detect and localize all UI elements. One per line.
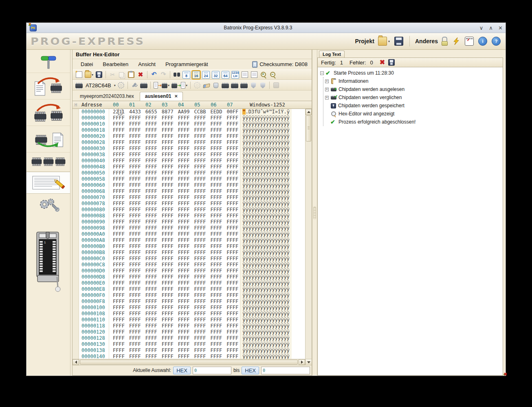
hex-row[interactable]: 00000070FFFFFFFFFFFFFFFFFFFFFFFFFFFFFFFF…	[73, 195, 305, 201]
erase-chip-button[interactable]	[202, 81, 211, 89]
hex-row[interactable]: 00000078FFFFFFFFFFFFFFFFFFFFFFFFFFFFFFFF…	[73, 201, 305, 207]
log-entry[interactable]: +Informationen	[325, 77, 500, 85]
hex-row[interactable]: 00000110FFFFFFFFFFFFFFFFFFFFFFFFFFFFFFFF…	[73, 317, 305, 323]
row-ascii[interactable]: ÿÿÿÿÿÿÿÿÿÿÿÿÿÿÿÿ	[240, 317, 292, 323]
read-chip-button[interactable]: ▼	[231, 81, 239, 89]
help-button[interactable]: ?	[491, 36, 501, 46]
sidebar-item-read-chip-to-file[interactable]	[26, 126, 70, 153]
undo-button[interactable]: ↶	[150, 71, 158, 79]
vertical-scrollbar[interactable]	[305, 109, 312, 359]
clear-log-button[interactable]: ✖	[380, 60, 385, 65]
hex-row[interactable]: 000000D8FFFFFFFFFFFFFFFFFFFFFFFFFFFFFFFF…	[73, 274, 305, 280]
row-hex-values[interactable]: FFFFFFFFFFFFFFFFFFFFFFFFFFFFFFFF	[109, 231, 238, 237]
sidebar-item-settings[interactable]	[26, 194, 70, 215]
write-buffer-to-chip-button[interactable]: ➝▾	[153, 81, 170, 89]
chip-info-button[interactable]	[140, 81, 148, 89]
row-ascii[interactable]: ÿÿÿÿÿÿÿÿÿÿÿÿÿÿÿÿ	[240, 182, 292, 188]
row-ascii[interactable]: ".D3fUˆwª™Ì»îÝ.ÿ	[240, 109, 292, 115]
row-hex-values[interactable]: FFFFFFFFFFFFFFFFFFFFFFFFFFFFFFFF	[109, 127, 238, 133]
row-ascii[interactable]: ÿÿÿÿÿÿÿÿÿÿÿÿÿÿÿÿ	[240, 201, 292, 207]
hex-row[interactable]: 00000118FFFFFFFFFFFFFFFFFFFFFFFFFFFFFFFF…	[73, 323, 305, 329]
width-16-button[interactable]: 16	[192, 71, 200, 79]
hex-row[interactable]: 000000F8FFFFFFFFFFFFFFFFFFFFFFFFFFFFFFFF…	[73, 299, 305, 305]
redo-button[interactable]: ↷	[159, 71, 167, 79]
row-hex-values[interactable]: FFFFFFFFFFFFFFFFFFFFFFFFFFFFFFFF	[109, 286, 238, 292]
vertical-scroll-thumb[interactable]	[306, 115, 311, 142]
row-ascii[interactable]: ÿÿÿÿÿÿÿÿÿÿÿÿÿÿÿÿ	[240, 329, 292, 335]
row-ascii[interactable]: ÿÿÿÿÿÿÿÿÿÿÿÿÿÿÿÿ	[240, 219, 292, 225]
log-entry[interactable]: ✔Prozess erfolgreich abgeschlossen!	[325, 118, 500, 126]
row-ascii[interactable]: ÿÿÿÿÿÿÿÿÿÿÿÿÿÿÿÿ	[240, 268, 292, 274]
row-ascii[interactable]: ÿÿÿÿÿÿÿÿÿÿÿÿÿÿÿÿ	[240, 188, 292, 195]
open-project-button[interactable]: ▾	[377, 36, 391, 46]
row-ascii[interactable]: ÿÿÿÿÿÿÿÿÿÿÿÿÿÿÿÿ	[240, 231, 292, 237]
row-hex-values[interactable]: FFFFFFFFFFFFFFFFFFFFFFFFFFFFFFFF	[109, 262, 238, 268]
hex-row[interactable]: 00000068FFFFFFFFFFFFFFFFFFFFFFFFFFFFFFFF…	[73, 188, 305, 195]
row-ascii[interactable]: ÿÿÿÿÿÿÿÿÿÿÿÿÿÿÿÿ	[240, 146, 292, 152]
log-entry[interactable]: Chipdaten werden gespeichert	[325, 102, 500, 110]
read-chip-to-buffer-button[interactable]: ➝▾	[171, 81, 188, 89]
row-hex-values[interactable]: FFFFFFFFFFFFFFFFFFFFFFFFFFFFFFFF	[109, 195, 238, 201]
buffer-tab[interactable]: myeeprom20240203.hex	[75, 92, 139, 101]
menu-bearbeiten[interactable]: Bearbeiten	[99, 60, 132, 68]
encoding-header[interactable]: Windows-1252	[250, 102, 285, 108]
width-24-button[interactable]: 24	[202, 71, 210, 79]
row-hex-values[interactable]: FFFFFFFFFFFFFFFFFFFFFFFFFFFFFFFF	[109, 329, 238, 335]
log-entry[interactable]: Hex-Editor wird angezeigt	[325, 110, 500, 118]
row-hex-values[interactable]: FFFFFFFFFFFFFFFFFFFFFFFFFFFFFFFF	[109, 354, 238, 359]
row-hex-values[interactable]: FFFFFFFFFFFFFFFFFFFFFFFFFFFFFFFF	[109, 139, 238, 146]
row-ascii[interactable]: ÿÿÿÿÿÿÿÿÿÿÿÿÿÿÿÿ	[240, 176, 292, 182]
device-button[interactable]	[75, 81, 83, 89]
hex-row[interactable]: 000000D0FFFFFFFFFFFFFFFFFFFFFFFFFFFFFFFF…	[73, 268, 305, 274]
chip-options-button[interactable]	[130, 81, 138, 89]
row-hex-values[interactable]: FFFFFFFFFFFFFFFFFFFFFFFFFFFFFFFF	[109, 121, 238, 127]
row-hex-values[interactable]: FFFFFFFFFFFFFFFFFFFFFFFFFFFFFFFF	[109, 182, 238, 188]
row-ascii[interactable]: ÿÿÿÿÿÿÿÿÿÿÿÿÿÿÿÿ	[240, 121, 292, 127]
row-ascii[interactable]: ÿÿÿÿÿÿÿÿÿÿÿÿÿÿÿÿ	[240, 311, 292, 317]
hex-row[interactable]: 00000028FFFFFFFFFFFFFFFFFFFFFFFFFFFFFFFF…	[73, 139, 305, 146]
row-hex-values[interactable]: FFFFFFFFFFFFFFFFFFFFFFFFFFFFFFFF	[109, 201, 238, 207]
hex-row[interactable]: 00000010FFFFFFFFFFFFFFFFFFFFFFFFFFFFFFFF…	[73, 121, 305, 127]
protect-chip-button[interactable]	[249, 81, 257, 89]
scroll-left-button[interactable]	[73, 359, 79, 365]
row-ascii[interactable]: ÿÿÿÿÿÿÿÿÿÿÿÿÿÿÿÿ	[240, 274, 292, 280]
selection-to-input[interactable]	[261, 367, 310, 374]
scroll-up-button[interactable]	[306, 109, 312, 115]
find-button[interactable]	[173, 71, 181, 79]
row-ascii[interactable]: ÿÿÿÿÿÿÿÿÿÿÿÿÿÿÿÿ	[240, 225, 292, 231]
sidebar-item-hex-editor[interactable]	[26, 172, 70, 194]
hex-row[interactable]: 00000080FFFFFFFFFFFFFFFFFFFFFFFFFFFFFFFF…	[73, 207, 305, 213]
row-hex-values[interactable]: FFFFFFFFFFFFFFFFFFFFFFFFFFFFFFFF	[109, 335, 238, 341]
row-ascii[interactable]: ÿÿÿÿÿÿÿÿÿÿÿÿÿÿÿÿ	[240, 256, 292, 262]
tab-close-icon[interactable]: ×	[174, 94, 178, 98]
horizontal-scrollbar[interactable]	[73, 359, 312, 365]
row-ascii[interactable]: ÿÿÿÿÿÿÿÿÿÿÿÿÿÿÿÿ	[240, 237, 292, 243]
measure-button[interactable]	[464, 36, 475, 46]
row-hex-values[interactable]: FFFFFFFFFFFFFFFFFFFFFFFFFFFFFFFF	[109, 280, 238, 286]
hex-row[interactable]: 000000C8FFFFFFFFFFFFFFFFFFFFFFFFFFFFFFFF…	[73, 262, 305, 268]
zoom-in-button[interactable]: +	[259, 71, 268, 79]
hex-row[interactable]: 00000130FFFFFFFFFFFFFFFFFFFFFFFFFFFFFFFF…	[73, 341, 305, 347]
scroll-right-button[interactable]	[299, 359, 305, 365]
hex-row[interactable]: 00000030FFFFFFFFFFFFFFFFFFFFFFFFFFFFFFFF…	[73, 146, 305, 152]
hex-row[interactable]: 000000F0FFFFFFFFFFFFFFFFFFFFFFFFFFFFFFFF…	[73, 292, 305, 299]
hex-row[interactable]: 00000098FFFFFFFFFFFFFFFFFFFFFFFFFFFFFFFF…	[73, 225, 305, 231]
expand-icon[interactable]: +	[325, 80, 329, 83]
hex-row[interactable]: 00000138FFFFFFFFFFFFFFFFFFFFFFFFFFFFFFFF…	[73, 347, 305, 354]
row-hex-values[interactable]: FFFFFFFFFFFFFFFFFFFFFFFFFFFFFFFF	[109, 164, 238, 170]
stop-button[interactable]	[272, 81, 280, 89]
row-hex-values[interactable]: FFFFFFFFFFFFFFFFFFFFFFFFFFFFFFFF	[109, 305, 238, 311]
row-ascii[interactable]: ÿÿÿÿÿÿÿÿÿÿÿÿÿÿÿÿ	[240, 207, 292, 213]
paste-button[interactable]	[127, 71, 135, 79]
menu-programmiergeraet[interactable]: Programmiergerät	[161, 60, 212, 68]
hex-row[interactable]: 00000038FFFFFFFFFFFFFFFFFFFFFFFFFFFFFFFF…	[73, 152, 305, 158]
hex-row[interactable]: 000000B8FFFFFFFFFFFFFFFFFFFFFFFFFFFFFFFF…	[73, 250, 305, 256]
hex-row[interactable]: 00000128FFFFFFFFFFFFFFFFFFFFFFFFFFFFFFFF…	[73, 335, 305, 341]
blank-check-button[interactable]: ✔	[212, 81, 220, 89]
delete-button[interactable]: ✖	[136, 71, 145, 79]
verify-chip-button[interactable]: ✔	[240, 81, 248, 89]
unlock-button[interactable]	[441, 36, 448, 46]
row-hex-values[interactable]: FFFFFFFFFFFFFFFFFFFFFFFFFFFFFFFF	[109, 158, 238, 164]
log-text-tab[interactable]: Log Text	[319, 51, 345, 58]
hex-to-button[interactable]: HEX	[242, 367, 259, 374]
